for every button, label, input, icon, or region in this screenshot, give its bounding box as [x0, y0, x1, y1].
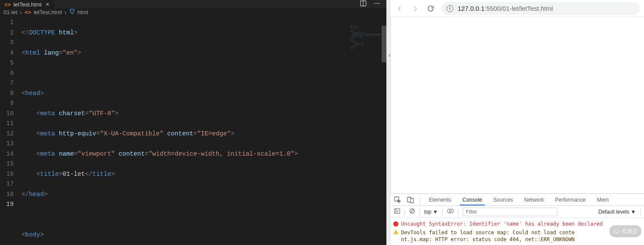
console-warning-line[interactable]: DevTools failed to load source map: Coul…	[393, 228, 641, 244]
error-icon	[393, 221, 398, 227]
console-sidebar-icon[interactable]	[394, 208, 400, 215]
svg-point-12	[450, 210, 452, 212]
file-tab[interactable]: <> letTest.html ×	[0, 0, 55, 9]
svg-rect-7	[410, 199, 413, 203]
devtools-panel: Elements Console Sources Network Perform…	[391, 193, 644, 245]
chevron-right-icon: ›	[64, 9, 67, 16]
vscode-editor: <> letTest.html × 01-let › <> letTest.ht…	[0, 0, 386, 245]
clear-console-icon[interactable]	[409, 208, 415, 215]
devtools-tabs: Elements Console Sources Network Perform…	[391, 194, 644, 206]
tab-sources[interactable]: Sources	[491, 194, 516, 205]
context-selector[interactable]: top ▼	[424, 209, 438, 215]
breadcrumb-symbol[interactable]: html	[78, 9, 88, 15]
url-text: 127.0.0.1:5500/01-let/letTest.html	[458, 5, 553, 12]
device-toggle-icon[interactable]	[407, 196, 414, 203]
svg-point-2	[374, 3, 376, 4]
scrollbar-thumb[interactable]	[382, 26, 386, 62]
more-icon[interactable]	[374, 0, 380, 9]
pane-divider[interactable]	[386, 0, 391, 245]
inspect-icon[interactable]	[394, 196, 401, 203]
browser-toolbar: i 127.0.0.1:5500/01-let/letTest.html	[391, 0, 644, 17]
svg-line-11	[411, 210, 414, 213]
live-expression-icon[interactable]	[447, 208, 454, 215]
watermark-badge: 亿速云	[609, 225, 641, 237]
html-file-icon: <>	[24, 9, 31, 15]
breadcrumb-file[interactable]: letTest.html	[33, 9, 62, 15]
back-icon[interactable]	[395, 4, 404, 13]
browser-window: i 127.0.0.1:5500/01-let/letTest.html ‹ E…	[391, 0, 644, 245]
tab-bar: <> letTest.html ×	[0, 0, 386, 9]
reload-icon[interactable]	[426, 4, 435, 13]
console-error-line[interactable]: Uncaught SyntaxError: Identifier 'name' …	[393, 220, 641, 228]
svg-point-3	[377, 3, 378, 4]
tab-memory[interactable]: Mem	[594, 194, 611, 205]
page-viewport: ‹	[391, 17, 644, 193]
code-content[interactable]: <!DOCTYPE html> <html lang="en"> <head> …	[21, 16, 386, 245]
console-filter-bar: top ▼ Default levels ▼	[391, 206, 644, 218]
console-output[interactable]: Uncaught SyntaxError: Identifier 'name' …	[391, 218, 644, 245]
symbol-icon	[69, 9, 75, 16]
line-gutter: 12345678910111213141516171819	[0, 16, 21, 245]
code-area[interactable]: 12345678910111213141516171819 <!DOCTYPE …	[0, 16, 386, 245]
chevron-right-icon: ›	[20, 9, 22, 16]
svg-point-4	[379, 3, 380, 4]
site-info-icon[interactable]: i	[447, 5, 453, 12]
html-file-icon: <>	[4, 1, 11, 8]
forward-icon[interactable]	[410, 4, 420, 13]
log-levels-selector[interactable]: Default levels ▼	[598, 209, 636, 215]
close-icon[interactable]: ×	[44, 1, 51, 8]
breadcrumb[interactable]: 01-let › <> letTest.html › html	[0, 9, 386, 16]
breadcrumb-folder[interactable]: 01-let	[3, 9, 18, 15]
warning-icon	[393, 230, 398, 234]
tab-elements[interactable]: Elements	[426, 194, 454, 205]
address-bar[interactable]: i 127.0.0.1:5500/01-let/letTest.html	[441, 2, 640, 15]
tab-console[interactable]: Console	[460, 194, 485, 205]
tab-network[interactable]: Network	[522, 194, 547, 205]
cropped-text: ‹	[389, 52, 391, 58]
tab-filename: letTest.html	[13, 1, 42, 8]
minimap[interactable]: <!DOCTYPE html> <html lang="en"> <head> …	[350, 26, 382, 69]
filter-input[interactable]	[463, 208, 557, 216]
tab-performance[interactable]: Performance	[553, 194, 589, 205]
split-editor-icon[interactable]	[360, 0, 367, 9]
